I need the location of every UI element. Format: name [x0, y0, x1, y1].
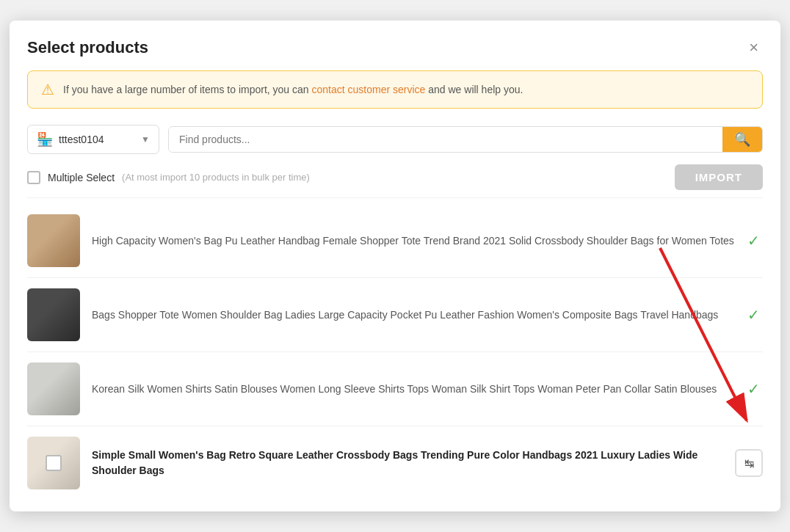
- product-thumbnail: [27, 362, 80, 415]
- contact-service-link[interactable]: contact customer service: [312, 84, 426, 95]
- product-name: High Capacity Women's Bag Pu Leather Han…: [92, 233, 736, 249]
- select-products-modal: Select products × ⚠ If you have a large …: [10, 21, 780, 511]
- search-bar: 🔍: [168, 126, 763, 153]
- list-item: Korean Silk Women Shirts Satin Blouses W…: [27, 352, 763, 426]
- product-name: Bags Shopper Tote Women Shoulder Bag Lad…: [92, 307, 736, 323]
- store-icon: 🏪: [37, 131, 53, 147]
- divider: [27, 197, 763, 198]
- list-item: Simple Small Women's Bag Retro Square Le…: [27, 426, 763, 500]
- multiple-select-hint: (At most import 10 products in bulk per …: [122, 172, 310, 183]
- list-item: Bags Shopper Tote Women Shoulder Bag Lad…: [27, 278, 763, 352]
- search-input[interactable]: [169, 127, 722, 152]
- chevron-down-icon: ▼: [141, 134, 150, 145]
- import-icon: ↹: [744, 456, 754, 470]
- alert-icon: ⚠: [41, 81, 54, 98]
- product-thumbnail: [27, 288, 80, 341]
- alert-text: If you have a large number of items to i…: [63, 84, 523, 95]
- import-button[interactable]: IMPORT: [675, 164, 763, 190]
- search-icon: 🔍: [734, 131, 750, 147]
- store-selector[interactable]: 🏪 tttest0104 ▼: [27, 125, 159, 154]
- product-checkbox[interactable]: [46, 455, 62, 471]
- alert-banner: ⚠ If you have a large number of items to…: [27, 70, 763, 109]
- modal-header: Select products ×: [27, 38, 763, 57]
- search-button[interactable]: 🔍: [722, 127, 762, 152]
- imported-check-icon: ✓: [747, 232, 760, 249]
- store-name: tttest0104: [59, 134, 135, 145]
- multiple-select-checkbox[interactable]: [27, 171, 40, 184]
- product-list-wrapper: High Capacity Women's Bag Pu Leather Han…: [27, 204, 763, 500]
- imported-check-icon: ✓: [747, 306, 760, 324]
- modal-title: Select products: [27, 38, 148, 57]
- multiple-select-label: Multiple Select: [48, 172, 115, 183]
- product-list: High Capacity Women's Bag Pu Leather Han…: [27, 204, 763, 500]
- product-thumbnail: [27, 214, 80, 267]
- product-thumbnail: [27, 437, 80, 489]
- multi-select-row: Multiple Select (At most import 10 produ…: [27, 164, 763, 190]
- product-name: Simple Small Women's Bag Retro Square Le…: [92, 448, 723, 478]
- list-item: High Capacity Women's Bag Pu Leather Han…: [27, 204, 763, 278]
- import-product-button[interactable]: ↹: [735, 449, 763, 477]
- product-name: Korean Silk Women Shirts Satin Blouses W…: [92, 382, 736, 397]
- controls-row: 🏪 tttest0104 ▼ 🔍: [27, 125, 763, 154]
- imported-check-icon: ✓: [747, 380, 760, 398]
- close-button[interactable]: ×: [744, 38, 763, 57]
